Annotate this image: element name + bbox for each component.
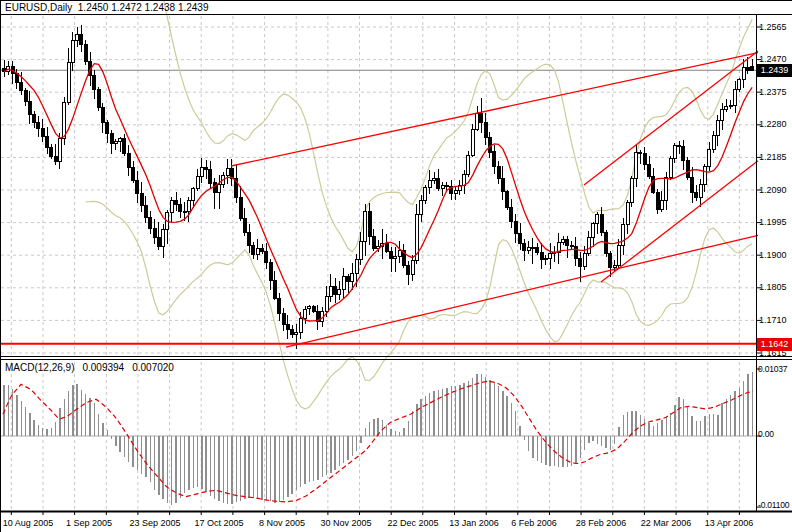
macd-indicator-label: MACD(12,26,9)0.0093940.007020 — [5, 362, 182, 373]
current-price-badge: 1.2439 — [757, 64, 792, 77]
date-axis-label: 13 Apr 2006 — [693, 518, 765, 528]
macd-axis-label: 0.01037 — [758, 364, 787, 374]
price-axis-label: 1.1805 — [759, 282, 787, 292]
date-axis-label: 6 Feb 2006 — [498, 518, 570, 528]
level-price-badge: 1.1642 — [757, 338, 792, 351]
price-axis-label: 1.2090 — [759, 185, 787, 195]
price-axis-label: 1.2565 — [759, 22, 787, 32]
date-axis-label: 23 Sep 2005 — [119, 518, 191, 528]
date-axis-label: 22 Mar 2006 — [630, 518, 702, 528]
chart-title: EURUSD,Daily 1.2450 1.2472 1.2438 1.2439 — [5, 2, 208, 13]
date-axis-label: 30 Nov 2005 — [310, 518, 382, 528]
price-axis-label: 1.1710 — [759, 315, 787, 325]
price-axis-label: 1.1900 — [759, 250, 787, 260]
macd-axis-label: 0.00 — [758, 429, 774, 439]
macd-name: MACD(12,26,9) — [5, 362, 74, 373]
date-axis-label: 1 Sep 2005 — [53, 518, 125, 528]
price-axis-label: 1.2280 — [759, 119, 787, 129]
chart-window: EURUSD,Daily 1.2450 1.2472 1.2438 1.2439… — [0, 0, 792, 532]
price-axis-label: 1.2185 — [759, 152, 787, 162]
macd-main-value: 0.009394 — [82, 362, 124, 373]
date-axis-label: 17 Oct 2005 — [183, 518, 255, 528]
price-axis-label: 1.2470 — [759, 54, 787, 64]
date-axis-label: 8 Nov 2005 — [246, 518, 318, 528]
price-axis-label: 1.1995 — [759, 217, 787, 227]
price-axis-label: 1.2375 — [759, 87, 787, 97]
chart-plot-canvas[interactable] — [1, 1, 792, 532]
macd-axis-label: -0.01100 — [758, 500, 789, 510]
date-axis-label: 28 Feb 2006 — [565, 518, 637, 528]
macd-signal-value: 0.007020 — [132, 362, 174, 373]
